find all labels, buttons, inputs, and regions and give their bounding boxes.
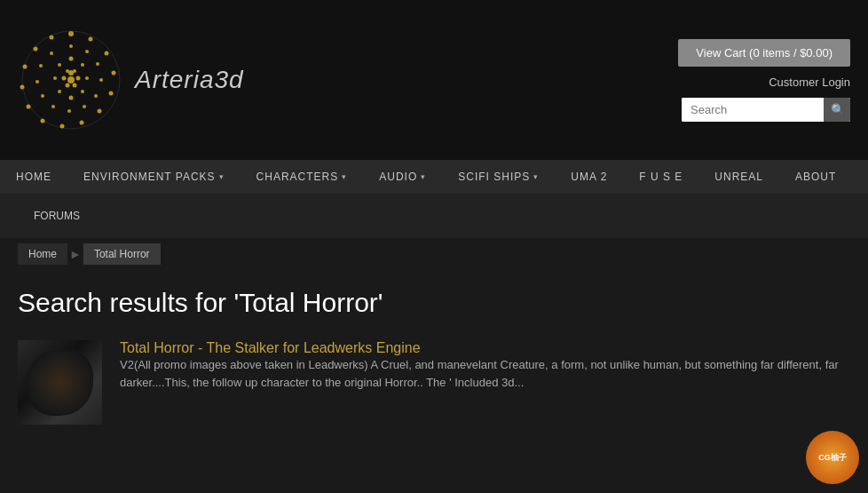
svg-point-30 [81, 90, 84, 93]
svg-point-37 [73, 83, 77, 88]
breadcrumb-current: Total Horror [83, 243, 161, 265]
search-bar: 🔍 [682, 98, 850, 122]
svg-point-17 [96, 62, 99, 66]
result-info: Total Horror - The Stalker for Leadwerks… [120, 340, 850, 425]
result-title-link[interactable]: Total Horror - The Stalker for Leadwerks… [120, 340, 421, 355]
svg-point-15 [69, 44, 73, 48]
svg-point-33 [53, 76, 57, 80]
nav-item-unreal[interactable]: UNREAL [698, 160, 779, 194]
search-results-title: Search results for 'Total Horror' [18, 288, 850, 318]
header: Arteria3d View Cart (0 items / $0.00) Cu… [0, 0, 868, 160]
svg-point-14 [50, 36, 54, 40]
svg-point-22 [51, 105, 55, 108]
svg-point-19 [94, 94, 98, 98]
svg-point-4 [112, 71, 116, 76]
svg-point-27 [69, 57, 74, 61]
svg-point-23 [41, 94, 44, 98]
result-description: V2(All promo images above taken in Leadw… [120, 356, 850, 391]
svg-point-1 [68, 31, 74, 36]
cart-button[interactable]: View Cart (0 items / $0.00) [678, 39, 850, 67]
nav-item-environment-packs[interactable]: ENVIRONMENT PACKS▾ [67, 160, 241, 194]
watermark: CG柚子 [806, 431, 859, 484]
breadcrumb: Home ► Total Horror [0, 238, 868, 270]
svg-point-8 [60, 124, 65, 129]
nav-item-scifi-ships[interactable]: SCIFI SHIPS▾ [442, 160, 555, 194]
svg-point-11 [20, 85, 25, 90]
svg-point-6 [98, 109, 102, 114]
customer-login-link[interactable]: Customer Login [769, 76, 850, 89]
svg-point-36 [76, 76, 81, 81]
sub-nav-item-forums[interactable]: FORUMS [18, 201, 96, 231]
svg-point-42 [67, 76, 75, 83]
svg-point-31 [69, 96, 74, 100]
svg-point-9 [41, 119, 45, 123]
logo-text: Arteria3d [135, 66, 244, 94]
svg-point-13 [34, 47, 38, 52]
svg-point-20 [83, 105, 86, 108]
dropdown-arrow-icon: ▾ [219, 172, 225, 181]
svg-point-10 [27, 105, 31, 109]
nav-item-f-u-s-e[interactable]: F U S E [623, 160, 698, 194]
logo-area: Arteria3d [18, 27, 244, 133]
svg-point-40 [66, 69, 69, 73]
svg-point-12 [23, 65, 28, 69]
nav-item-audio[interactable]: AUDIO▾ [363, 160, 442, 194]
svg-point-2 [89, 37, 93, 42]
svg-point-25 [39, 64, 43, 68]
header-right: View Cart (0 items / $0.00) Customer Log… [678, 39, 850, 122]
nav-item-uma-2[interactable]: UMA 2 [555, 160, 623, 194]
svg-point-5 [109, 91, 114, 96]
svg-point-24 [36, 80, 39, 83]
svg-point-34 [58, 63, 61, 67]
svg-point-21 [67, 109, 71, 113]
svg-point-38 [66, 83, 70, 88]
result-item: Total Horror - The Stalker for Leadwerks… [18, 340, 850, 425]
dropdown-arrow-icon: ▾ [533, 172, 539, 181]
svg-point-29 [85, 76, 89, 80]
svg-point-16 [85, 50, 89, 53]
nav-item-about[interactable]: ABOUT [779, 160, 852, 194]
svg-point-7 [80, 121, 84, 125]
svg-point-41 [73, 69, 76, 73]
svg-point-39 [62, 76, 67, 81]
breadcrumb-home[interactable]: Home [18, 243, 67, 265]
dropdown-arrow-icon: ▾ [421, 172, 426, 181]
svg-point-3 [105, 52, 109, 56]
svg-point-26 [50, 52, 53, 55]
logo-icon [18, 27, 124, 133]
nav-item-home[interactable]: HOME [0, 160, 67, 194]
dropdown-arrow-icon: ▾ [342, 172, 347, 181]
search-submit-button[interactable]: 🔍 [824, 98, 850, 122]
svg-point-32 [58, 90, 61, 93]
sub-nav: FORUMS [0, 194, 868, 238]
result-thumbnail [18, 340, 102, 425]
svg-point-18 [99, 78, 103, 82]
result-thumbnail-image [18, 340, 102, 425]
breadcrumb-separator: ► [69, 247, 82, 261]
svg-point-28 [81, 63, 84, 67]
content-area: Search results for 'Total Horror' Total … [0, 270, 868, 460]
main-nav: HOMEENVIRONMENT PACKS▾CHARACTERS▾AUDIO▾S… [0, 160, 868, 194]
nav-item-characters[interactable]: CHARACTERS▾ [241, 160, 364, 194]
search-input[interactable] [682, 98, 824, 122]
